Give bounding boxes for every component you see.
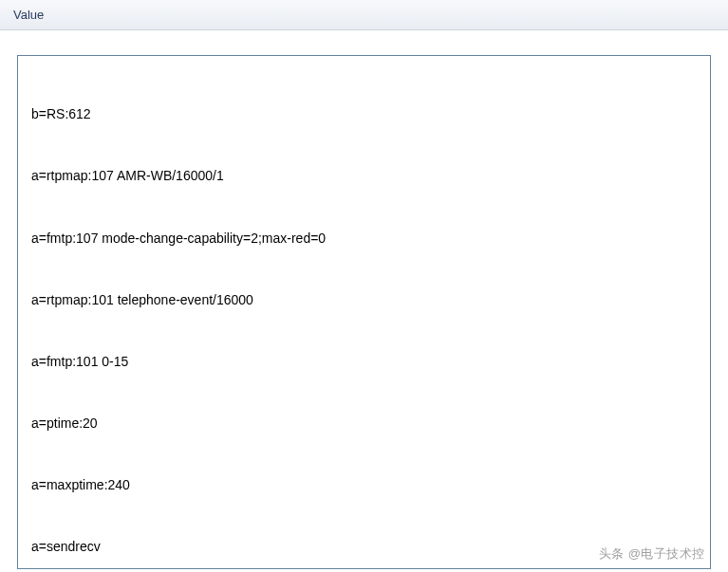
panel-header: Value [0, 0, 728, 30]
sdp-line: a=fmtp:107 mode-change-capability=2;max-… [31, 229, 697, 249]
sdp-line: b=RS:612 [31, 104, 697, 125]
sdp-line: a=sendrecv [31, 537, 697, 558]
panel-title: Value [13, 8, 44, 22]
value-content-area[interactable]: b=RS:612 a=rtpmap:107 AMR-WB/16000/1 a=f… [17, 55, 711, 569]
sdp-line: a=fmtp:101 0-15 [31, 352, 697, 373]
sdp-line: a=maxptime:240 [31, 475, 697, 496]
sdp-line: a=rtpmap:101 telephone-event/16000 [31, 290, 697, 311]
sdp-line: a=rtpmap:107 AMR-WB/16000/1 [31, 166, 697, 187]
sdp-line: a=ptime:20 [31, 414, 697, 434]
sdp-text-block[interactable]: b=RS:612 a=rtpmap:107 AMR-WB/16000/1 a=f… [31, 64, 697, 572]
